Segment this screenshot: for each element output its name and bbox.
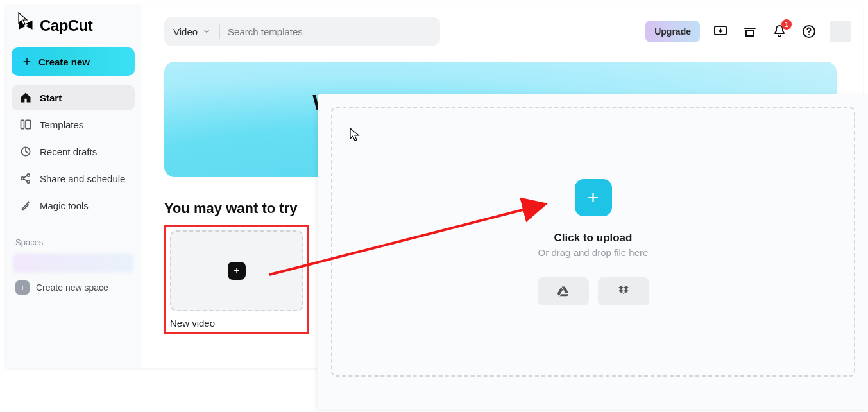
nav-label: Start	[40, 92, 62, 103]
dropbox-icon	[616, 285, 631, 298]
svg-rect-1	[26, 120, 31, 128]
templates-icon	[19, 118, 32, 131]
search-category-select[interactable]: Video	[164, 17, 219, 46]
create-new-space-button[interactable]: + Create new space	[12, 278, 135, 297]
category-label: Video	[173, 26, 198, 37]
svg-point-8	[808, 34, 810, 35]
upload-dropzone[interactable]: + Click to upload Or drag and drop file …	[331, 107, 855, 377]
topbar-right: Upgrade 1	[645, 21, 851, 42]
magic-wand-icon	[19, 199, 32, 212]
chevron-down-icon	[203, 28, 210, 35]
home-icon	[19, 91, 32, 104]
plus-icon: +	[228, 262, 246, 280]
search-container: Video	[164, 17, 440, 46]
upload-button[interactable]: +	[575, 179, 612, 216]
share-icon	[19, 172, 32, 185]
plus-icon	[22, 56, 32, 67]
nav-item-recent-drafts[interactable]: Recent drafts	[12, 139, 135, 164]
google-drive-icon	[556, 285, 570, 298]
avatar[interactable]	[830, 21, 851, 42]
new-video-card[interactable]: +	[170, 230, 303, 311]
sidebar: CapCut Create new Start Templates	[5, 5, 141, 368]
svg-rect-0	[21, 120, 24, 128]
create-space-label: Create new space	[36, 282, 108, 293]
nav-label: Templates	[40, 119, 83, 130]
upgrade-button[interactable]: Upgrade	[645, 21, 700, 42]
nav-label: Share and schedule	[40, 173, 125, 184]
download-desktop-icon[interactable]	[711, 22, 729, 40]
topbar: Video Upgrade 1	[164, 17, 851, 46]
upload-title: Click to upload	[554, 232, 633, 245]
nav-item-share-schedule[interactable]: Share and schedule	[12, 166, 135, 191]
nav-label: Recent drafts	[40, 146, 97, 157]
create-new-button[interactable]: Create new	[12, 47, 135, 76]
upload-panel: + Click to upload Or drag and drop file …	[318, 94, 868, 409]
nav-label: Magic tools	[40, 200, 89, 211]
capcut-logo-icon	[17, 17, 35, 35]
library-icon[interactable]	[741, 22, 759, 40]
card-caption: New video	[170, 318, 303, 329]
clock-icon	[19, 145, 32, 158]
nav-item-templates[interactable]: Templates	[12, 112, 135, 137]
upload-subtitle: Or drag and drop file here	[538, 247, 649, 258]
nav-item-start[interactable]: Start	[12, 85, 135, 110]
spaces-heading: Spaces	[12, 237, 135, 247]
notifications-icon[interactable]: 1	[770, 22, 788, 40]
cloud-sources	[538, 277, 649, 305]
space-item-redacted[interactable]	[13, 253, 133, 273]
annotation-highlight-box: + New video	[164, 225, 309, 334]
nav-list: Start Templates Recent drafts Share and …	[12, 85, 135, 218]
plus-icon: +	[588, 188, 599, 207]
google-drive-button[interactable]	[538, 277, 589, 305]
brand-logo[interactable]: CapCut	[12, 17, 135, 44]
plus-icon: +	[15, 280, 30, 295]
nav-item-magic-tools[interactable]: Magic tools	[12, 193, 135, 218]
brand-text: CapCut	[40, 17, 92, 35]
create-new-label: Create new	[38, 56, 90, 67]
search-input[interactable]	[220, 26, 440, 37]
dropbox-button[interactable]	[598, 277, 649, 305]
notification-badge: 1	[781, 19, 792, 30]
help-icon[interactable]	[800, 22, 818, 40]
